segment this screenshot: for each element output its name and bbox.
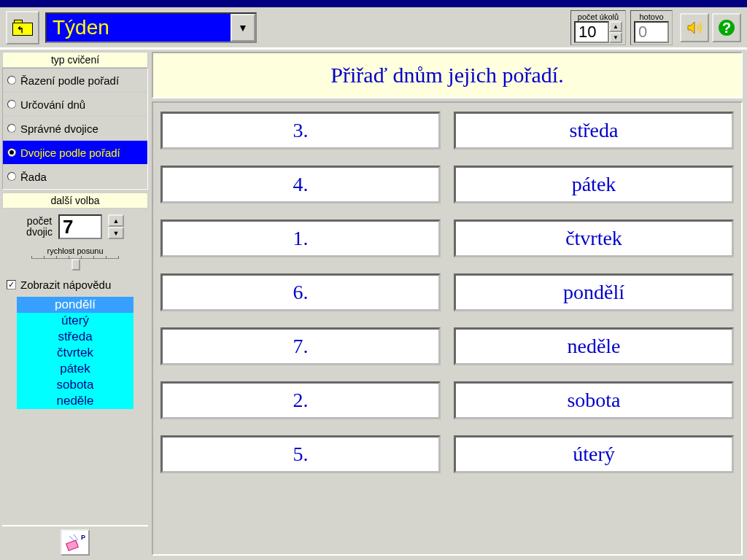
- eraser-button[interactable]: P: [61, 529, 90, 556]
- sound-button[interactable]: [680, 13, 709, 42]
- eraser-icon: P: [65, 533, 85, 552]
- speaker-icon: [686, 19, 703, 36]
- svg-text:P: P: [81, 534, 85, 541]
- radio-icon: [7, 148, 16, 157]
- exercise-type-label: Řazení podle pořadí: [20, 74, 119, 87]
- done-label: hotovo: [639, 12, 663, 21]
- pairs-panel: 3.středa4.pátek1.čtvrtek6.pondělí7.neděl…: [152, 101, 743, 556]
- help-button[interactable]: ?: [712, 13, 741, 42]
- exercise-type-list: Řazení podle pořadíUrčování dnůSprávné d…: [2, 68, 148, 190]
- pair-number-card[interactable]: 5.: [160, 435, 441, 473]
- pair-day-card[interactable]: pondělí: [454, 273, 734, 311]
- speed-slider-group: rychlost posunu: [2, 245, 148, 274]
- exercise-type-option[interactable]: Správné dvojice: [3, 117, 147, 141]
- pairs-spinner[interactable]: ▲ ▼: [108, 214, 124, 239]
- svg-text:?: ?: [722, 20, 731, 36]
- folder-up-icon: ↰: [12, 20, 33, 36]
- exercise-type-label: Správné dvojice: [20, 122, 98, 135]
- titlebar: [0, 0, 747, 7]
- svg-line-4: [74, 534, 78, 540]
- spinner-up-icon[interactable]: ▲: [609, 21, 622, 32]
- exercise-type-option[interactable]: Dvojice podle pořadí: [3, 141, 147, 165]
- spinner-down-icon[interactable]: ▼: [108, 227, 124, 239]
- svg-rect-2: [66, 540, 79, 551]
- pair-day-card[interactable]: sobota: [454, 381, 734, 419]
- pair-day-card[interactable]: středa: [454, 112, 734, 149]
- hint-row[interactable]: středa: [17, 329, 133, 345]
- radio-icon: [7, 124, 16, 133]
- tasks-counter: počet úkolů 10 ▲ ▼: [570, 10, 626, 45]
- radio-icon: [7, 100, 16, 109]
- show-hint-checkbox-row[interactable]: ✓ Zobrazit nápovědu: [2, 274, 148, 295]
- radio-icon: [7, 76, 16, 85]
- show-hint-label: Zobrazit nápovědu: [20, 279, 111, 291]
- pair-number-card[interactable]: 6.: [160, 273, 441, 311]
- pairs-label: počet dvojic: [26, 216, 53, 238]
- tasks-label: počet úkolů: [578, 12, 619, 21]
- exercise-type-label: Dvojice podle pořadí: [20, 147, 120, 159]
- help-icon: ?: [717, 18, 736, 37]
- exercise-type-label: Určování dnů: [20, 98, 85, 111]
- svg-line-3: [69, 536, 75, 542]
- pair-number-card[interactable]: 4.: [160, 166, 441, 203]
- radio-icon: [7, 172, 16, 181]
- pair-day-card[interactable]: neděle: [454, 327, 734, 365]
- up-folder-button[interactable]: ↰: [6, 11, 39, 44]
- pair-day-card[interactable]: pátek: [454, 166, 734, 203]
- hint-row[interactable]: pátek: [17, 361, 133, 377]
- pair-number-card[interactable]: 1.: [160, 219, 441, 257]
- pairs-input[interactable]: 7: [58, 214, 102, 239]
- exercise-type-option[interactable]: Řazení podle pořadí: [3, 69, 147, 93]
- other-option-title: další volba: [2, 192, 148, 209]
- done-input: 0: [634, 21, 669, 43]
- pair-number-card[interactable]: 7.: [160, 327, 441, 365]
- exercise-type-label: Řada: [20, 171, 47, 183]
- speed-label: rychlost posunu: [2, 246, 148, 255]
- tasks-input[interactable]: 10: [574, 21, 609, 43]
- pair-day-card[interactable]: úterý: [454, 435, 734, 473]
- checkbox-icon[interactable]: ✓: [7, 280, 16, 289]
- toolbar: ↰ Týden ▼ počet úkolů 10 ▲ ▼ hotovo 0 ?: [0, 7, 747, 50]
- hint-row[interactable]: pondělí: [17, 297, 133, 313]
- topic-dropdown[interactable]: Týden ▼: [45, 12, 257, 43]
- sidebar: typ cvičení Řazení podle pořadíUrčování …: [0, 50, 150, 558]
- topic-title: Týden: [47, 16, 231, 39]
- hint-row[interactable]: neděle: [17, 393, 133, 409]
- pair-number-card[interactable]: 3.: [160, 112, 441, 149]
- slider-thumb[interactable]: [71, 259, 80, 271]
- chevron-down-icon[interactable]: ▼: [231, 14, 255, 42]
- hint-row[interactable]: čtvrtek: [17, 345, 133, 361]
- exercise-type-title: typ cvičení: [2, 52, 148, 68]
- instruction-text: Přiřaď dnům jejich pořadí.: [152, 52, 743, 98]
- exercise-type-option[interactable]: Řada: [3, 165, 147, 189]
- speed-slider[interactable]: [31, 258, 119, 270]
- pairs-counter: počet dvojic 7 ▲ ▼: [2, 209, 148, 245]
- tasks-spinner[interactable]: ▲ ▼: [609, 21, 622, 43]
- exercise-type-option[interactable]: Určování dnů: [3, 93, 147, 117]
- spinner-up-icon[interactable]: ▲: [108, 214, 124, 227]
- hint-row[interactable]: úterý: [17, 313, 133, 329]
- pair-day-card[interactable]: čtvrtek: [454, 219, 734, 257]
- content-area: Přiřaď dnům jejich pořadí. 3.středa4.pát…: [150, 50, 747, 558]
- done-counter: hotovo 0: [630, 10, 673, 45]
- sidebar-bottom: P: [2, 525, 148, 556]
- hint-table: pondělíúterýstředačtvrtekpáteksobotanedě…: [17, 297, 133, 409]
- spinner-down-icon[interactable]: ▼: [609, 32, 622, 43]
- pair-number-card[interactable]: 2.: [160, 381, 441, 419]
- hint-row[interactable]: sobota: [17, 377, 133, 393]
